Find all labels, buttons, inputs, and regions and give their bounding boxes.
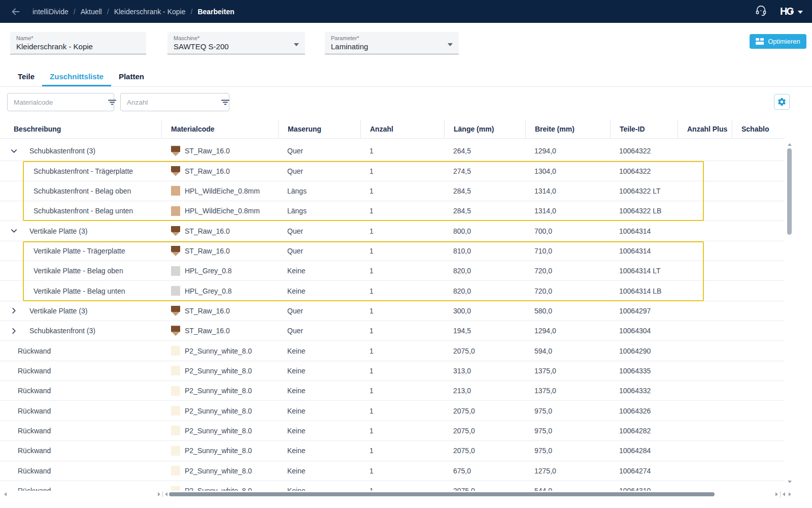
cell-schablone bbox=[732, 221, 784, 240]
tab-zuschnittsliste[interactable]: Zuschnittsliste bbox=[42, 68, 111, 86]
homag-logo[interactable]: HC bbox=[780, 6, 793, 17]
hscroll-corner-arrow[interactable] bbox=[789, 492, 791, 496]
row-description: Vertikale Platte - Trägerplatte bbox=[33, 247, 125, 255]
machine-field[interactable]: Maschine* bbox=[167, 32, 305, 54]
expand-group-icon[interactable] bbox=[10, 327, 18, 335]
parameter-caret-icon[interactable] bbox=[448, 43, 453, 46]
table-row-14[interactable]: RückwandP2_Sunny_white_8.0Keine12075,097… bbox=[0, 401, 784, 421]
table-row-4[interactable]: Schubkastenfront - Belag untenHPL_WildEi… bbox=[0, 201, 784, 221]
cell-anzahl-plus bbox=[678, 441, 732, 460]
table-row-7[interactable]: Vertikale Platte - Belag obenHPL_Grey_0.… bbox=[0, 261, 784, 281]
table-row-9[interactable]: Vertikale Platte (3)ST_Raw_16.0Quer1300,… bbox=[0, 301, 784, 321]
cell-teile-id: 10064314 LB bbox=[610, 281, 678, 300]
row-description: Rückwand bbox=[18, 447, 51, 455]
anzahl-filter-input[interactable] bbox=[121, 99, 221, 106]
column-header-breite-mm[interactable]: Breite (mm) bbox=[525, 120, 610, 138]
table-row-18[interactable]: RückwandP2_Sunny_white_8.0Keine12075,054… bbox=[0, 481, 784, 491]
vscroll-up-arrow[interactable] bbox=[788, 143, 792, 146]
topbar-right: HC bbox=[755, 0, 812, 23]
material-code: HPL_Grey_0.8 bbox=[185, 267, 232, 275]
cell-schablone bbox=[732, 241, 784, 261]
cell-maserung: Quer bbox=[278, 241, 360, 261]
column-header-anzahl[interactable]: Anzahl bbox=[360, 120, 444, 138]
filter-icon[interactable] bbox=[221, 98, 230, 106]
column-header-materialcode[interactable]: Materialcode bbox=[161, 120, 278, 138]
cell-maserung: Quer bbox=[278, 301, 360, 321]
vscroll-down-arrow[interactable] bbox=[788, 481, 792, 483]
hscroll-right-arrow-pinned[interactable] bbox=[158, 492, 160, 496]
breadcrumb-item-0[interactable]: intelliDivide bbox=[32, 8, 69, 16]
hscroll-left-arrow-end[interactable] bbox=[783, 492, 785, 496]
table-row-6[interactable]: Vertikale Platte - TrägerplatteST_Raw_16… bbox=[0, 241, 784, 261]
breadcrumb-item-2[interactable]: Kleiderschrank - Kopie bbox=[114, 8, 186, 16]
tab-bar: Teile Zuschnittsliste Platten bbox=[0, 68, 812, 87]
collapse-group-icon[interactable] bbox=[10, 147, 18, 155]
cell-laenge: 194,5 bbox=[444, 321, 525, 340]
column-header-anzahl-plus[interactable]: Anzahl Plus bbox=[678, 120, 732, 138]
table-row-3[interactable]: Schubkastenfront - Belag obenHPL_WildEic… bbox=[0, 181, 784, 201]
name-field[interactable]: Name* bbox=[10, 32, 146, 54]
hscroll-left-arrow[interactable] bbox=[165, 492, 167, 496]
material-code: ST_Raw_16.0 bbox=[185, 247, 230, 255]
cell-materialcode: ST_Raw_16.0 bbox=[161, 141, 278, 161]
material-code: P2_Sunny_white_8.0 bbox=[185, 427, 252, 435]
column-header-beschreibung[interactable]: Beschreibung bbox=[0, 120, 161, 138]
table-row-8[interactable]: Vertikale Platte - Belag untenHPL_Grey_0… bbox=[0, 281, 784, 301]
column-header-schablo[interactable]: Schablo bbox=[732, 120, 784, 138]
row-description: Rückwand bbox=[18, 487, 51, 491]
expand-group-icon[interactable] bbox=[10, 307, 18, 314]
row-description: Rückwand bbox=[18, 427, 51, 435]
top-bar: intelliDivide/Aktuell/Kleiderschrank - K… bbox=[0, 0, 812, 23]
headset-support-icon[interactable] bbox=[755, 5, 767, 18]
table-row-17[interactable]: RückwandP2_Sunny_white_8.0Keine1675,0127… bbox=[0, 461, 784, 481]
materialcode-filter[interactable] bbox=[7, 93, 114, 111]
row-description: Schubkastenfront - Belag oben bbox=[33, 187, 131, 195]
parameter-field[interactable]: Parameter* bbox=[325, 32, 459, 54]
name-input[interactable] bbox=[16, 41, 140, 51]
breadcrumb-item-1[interactable]: Aktuell bbox=[81, 8, 102, 16]
column-header-länge-mm[interactable]: Länge (mm) bbox=[444, 120, 525, 138]
hscroll-right-arrow[interactable] bbox=[775, 492, 778, 496]
account-menu-caret-icon[interactable] bbox=[798, 11, 803, 14]
cell-anzahl: 1 bbox=[360, 321, 444, 340]
material-swatch-st_raw bbox=[171, 166, 180, 176]
table-row-10[interactable]: Schubkastenfront (3)ST_Raw_16.0Quer1194,… bbox=[0, 321, 784, 341]
cell-breite: 975,0 bbox=[525, 441, 610, 460]
table-row-13[interactable]: RückwandP2_Sunny_white_8.0Keine1213,0137… bbox=[0, 381, 784, 401]
hscroll-left-arrow-pinned[interactable] bbox=[4, 492, 7, 496]
column-header-teile-id[interactable]: Teile-ID bbox=[610, 120, 678, 138]
back-arrow-icon[interactable] bbox=[10, 6, 21, 17]
table-row-11[interactable]: RückwandP2_Sunny_white_8.0Keine12075,059… bbox=[0, 341, 784, 361]
anzahl-filter[interactable] bbox=[120, 93, 229, 111]
cell-materialcode: HPL_WildEiche_0.8mm bbox=[161, 201, 278, 220]
materialcode-filter-input[interactable] bbox=[8, 99, 108, 106]
tab-teile[interactable]: Teile bbox=[10, 68, 42, 86]
table-row-12[interactable]: RückwandP2_Sunny_white_8.0Keine1313,0137… bbox=[0, 361, 784, 381]
table-settings-button[interactable] bbox=[774, 94, 790, 110]
table-row-5[interactable]: Vertikale Platte (3)ST_Raw_16.0Quer1800,… bbox=[0, 221, 784, 241]
table-row-15[interactable]: RückwandP2_Sunny_white_8.0Keine12075,097… bbox=[0, 421, 784, 441]
breadcrumb-separator: / bbox=[74, 8, 76, 16]
table-row-2[interactable]: Schubkastenfront - TrägerplatteST_Raw_16… bbox=[0, 161, 784, 181]
table-row-1[interactable]: Schubkastenfront (3)ST_Raw_16.0Quer1264,… bbox=[0, 141, 784, 161]
cell-schablone bbox=[732, 281, 784, 300]
cell-anzahl-plus bbox=[678, 281, 732, 300]
cell-anzahl-plus bbox=[678, 261, 732, 280]
optimize-button[interactable]: Optimieren bbox=[750, 34, 806, 49]
table-row-16[interactable]: RückwandP2_Sunny_white_8.0Keine12075,097… bbox=[0, 441, 784, 461]
material-swatch-st_raw bbox=[171, 146, 180, 156]
cell-teile-id: 10064304 bbox=[610, 321, 678, 340]
machine-caret-icon[interactable] bbox=[294, 43, 299, 46]
tab-platten[interactable]: Platten bbox=[111, 68, 152, 86]
breadcrumb: intelliDivide/Aktuell/Kleiderschrank - K… bbox=[32, 0, 234, 23]
filter-icon[interactable] bbox=[108, 98, 117, 106]
material-swatch-p2_sunny bbox=[171, 426, 180, 435]
cell-schablone bbox=[732, 181, 784, 201]
vertical-scrollbar-thumb[interactable] bbox=[787, 148, 792, 235]
collapse-group-icon[interactable] bbox=[10, 227, 18, 235]
machine-select[interactable] bbox=[174, 41, 299, 51]
parameter-select[interactable] bbox=[331, 41, 453, 51]
horizontal-scrollbar-thumb[interactable] bbox=[169, 492, 715, 496]
cell-maserung: Längs bbox=[278, 201, 360, 220]
column-header-maserung[interactable]: Maserung bbox=[278, 120, 360, 138]
